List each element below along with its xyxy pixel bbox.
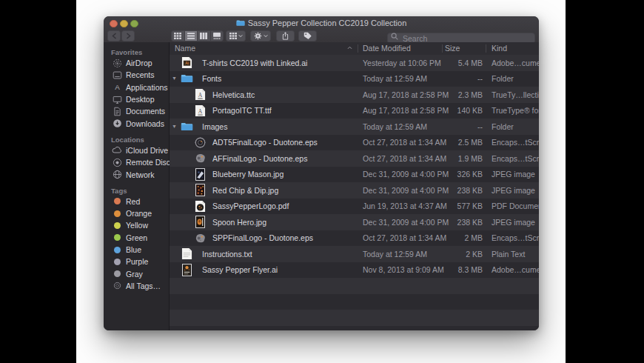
sidebar-item-label: Desktop (126, 95, 155, 104)
sidebar-item-label: Network (126, 170, 155, 179)
sidebar-item-label: Downloads (126, 119, 164, 128)
eps-blob-icon (194, 152, 207, 164)
font-file-icon: A (194, 104, 207, 117)
sidebar-item-downloads[interactable]: Downloads (104, 117, 169, 129)
file-size: 2 KB (427, 250, 483, 259)
column-divider[interactable] (486, 44, 486, 53)
file-kind: JPEG image (492, 218, 535, 227)
sidebar-item-label: Remote Disc (126, 158, 170, 167)
disclosure-triangle-icon[interactable]: ▼ (172, 76, 177, 81)
group-button[interactable] (226, 30, 246, 41)
file-row[interactable]: Instructions.txtToday at 12:59 AM2 KBPla… (170, 246, 539, 262)
file-kind: Folder (492, 122, 514, 131)
remote-disc-icon (112, 157, 122, 167)
svg-text:A: A (198, 107, 203, 114)
file-kind: Encaps…tScript (492, 138, 539, 147)
file-row[interactable]: Blueberry Mason.jpgDec 31, 2009 at 4:00 … (170, 167, 539, 183)
file-size: 1.9 MB (427, 154, 483, 163)
list-view-button[interactable] (185, 31, 198, 41)
sidebar-item-label: Gray (126, 270, 143, 279)
sidebar-item-yellow[interactable]: Yellow (104, 219, 169, 231)
ai-flyer-icon (181, 264, 193, 276)
file-row[interactable]: Sassy Pepper Flyer.aiNov 8, 2013 at 9:09… (170, 262, 539, 279)
file-name: Helvetica.ttc (212, 90, 255, 99)
sidebar-item-gray[interactable]: Gray (104, 267, 169, 279)
file-kind: Adobe…cument (492, 265, 539, 274)
sidebar-item-green[interactable]: Green (104, 232, 169, 244)
sidebar-item-all-tags[interactable]: All Tags… (104, 280, 169, 292)
disclosure-triangle-icon[interactable]: ▼ (172, 124, 177, 129)
file-name: SPPFinalLogo - Duotone.eps (212, 233, 313, 242)
column-divider[interactable] (442, 44, 443, 53)
file-row[interactable]: Spoon Hero.jpgDec 31, 2009 at 4:00 PM238… (170, 214, 539, 230)
tag-button[interactable] (298, 30, 317, 41)
sidebar-item-airdrop[interactable]: AirDrop (104, 57, 169, 69)
sidebar-section-label: Tags (104, 186, 169, 196)
sidebar-item-red[interactable]: Red (104, 196, 169, 207)
file-kind: PDF Document (492, 202, 539, 210)
file-row[interactable]: AHelvetica.ttcAug 17, 2018 at 2:58 PM2.3… (170, 87, 539, 103)
sidebar-item-icloud-drive[interactable]: iCloud Drive (104, 144, 169, 156)
tag-dot (112, 208, 122, 219)
sidebar-item-label: Blue (126, 245, 141, 254)
file-row[interactable]: APortagoITC TT.ttfAug 17, 2018 at 2:58 P… (170, 103, 539, 119)
file-size: 2.3 MB (427, 90, 483, 99)
sidebar-item-remote-disc[interactable]: Remote Disc (104, 156, 169, 168)
tag-dot (112, 196, 122, 207)
sidebar-item-label: AirDrop (126, 59, 152, 67)
back-button[interactable] (107, 30, 121, 41)
file-size: 5.4 MB (427, 59, 483, 67)
gear-icon (254, 32, 262, 40)
chevron-down-icon (264, 34, 268, 38)
file-row[interactable]: AFFinalLogo - Duotone.epsOct 27, 2018 at… (170, 150, 539, 167)
tag-dot (112, 220, 122, 230)
file-size: -- (427, 122, 483, 131)
file-row[interactable]: SPPFinalLogo - Duotone.epsOct 27, 2018 a… (170, 230, 539, 247)
column-divider[interactable] (358, 44, 358, 53)
file-name: AFFinalLogo - Duotone.eps (212, 154, 307, 163)
eps-emblem-icon (194, 136, 207, 149)
file-row[interactable]: Red Chip & Dip.jpgDec 31, 2009 at 4:00 P… (170, 182, 539, 199)
tag-dot (112, 244, 122, 255)
column-header-name[interactable]: Name (175, 44, 195, 53)
column-header-size[interactable]: Size (445, 44, 460, 53)
font-file-icon: A (194, 88, 207, 101)
sidebar-section-favorites: FavoritesAirDropRecentsAApplicationsDesk… (104, 47, 169, 130)
file-kind: Plain Text (492, 250, 525, 259)
folder-icon (181, 120, 193, 133)
ai-document-icon: Ai (181, 56, 193, 69)
file-row[interactable]: ▼ImagesToday at 12:59 AM--Folder (170, 119, 539, 135)
file-row[interactable]: SassyPepperLogo.pdfJun 19, 2013 at 4:37 … (170, 199, 539, 215)
file-row[interactable]: ▼FontsToday at 12:59 AM--Folder (170, 71, 539, 87)
file-kind: Adobe…cument (492, 59, 539, 67)
sidebar-item-blue[interactable]: Blue (104, 244, 169, 256)
column-view-button[interactable] (198, 31, 211, 41)
share-button[interactable] (276, 30, 295, 41)
column-header-date[interactable]: Date Modified (363, 44, 411, 53)
action-button[interactable] (250, 30, 271, 41)
file-row[interactable]: AiT-shirts CC2019 with Linked.aiYesterda… (170, 55, 539, 71)
folder-icon (236, 19, 245, 27)
gallery-view-button[interactable] (211, 31, 224, 41)
sidebar-item-network[interactable]: Network (104, 168, 169, 180)
sidebar-item-recents[interactable]: Recents (104, 69, 169, 81)
forward-button[interactable] (121, 30, 135, 41)
sidebar-item-orange[interactable]: Orange (104, 207, 169, 219)
sidebar-section-label: Locations (104, 135, 169, 144)
sidebar-item-purple[interactable]: Purple (104, 256, 169, 267)
file-size: 326 KB (427, 170, 483, 179)
sidebar-item-applications[interactable]: AApplications (104, 81, 169, 93)
sidebar-item-documents[interactable]: Documents (104, 105, 169, 117)
desktop-icon (112, 94, 122, 104)
file-row[interactable]: ADT5FinalLogo - Duotone.epsOct 27, 2018 … (170, 135, 539, 151)
sidebar-item-desktop[interactable]: Desktop (104, 93, 169, 105)
file-date: Today at 12:59 AM (363, 250, 427, 259)
icon-view-button[interactable] (172, 31, 185, 41)
eps-blob-icon (194, 232, 207, 244)
network-icon (112, 170, 122, 180)
file-size: 238 KB (427, 186, 483, 195)
applications-icon: A (112, 82, 122, 93)
sidebar-item-label: Red (126, 197, 140, 206)
folder-icon (181, 73, 193, 85)
column-header-kind[interactable]: Kind (492, 44, 507, 53)
